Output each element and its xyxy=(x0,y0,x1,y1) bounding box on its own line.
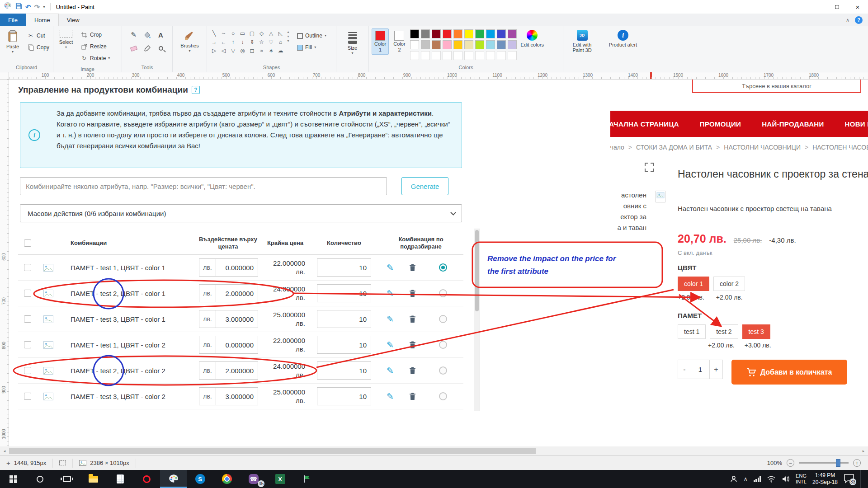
undo-button[interactable]: ↶ xyxy=(25,4,31,10)
search-box-partial[interactable]: Търсене в нашия каталог xyxy=(692,80,861,93)
default-combination-radio[interactable] xyxy=(439,289,447,297)
volume-icon[interactable] xyxy=(782,475,790,483)
default-combination-radio[interactable] xyxy=(439,341,447,349)
row-checkbox[interactable] xyxy=(24,315,31,323)
show-desktop-button[interactable] xyxy=(860,470,863,488)
shape-icon[interactable]: ◁ xyxy=(219,47,228,54)
delete-icon[interactable] xyxy=(409,263,416,272)
help-icon[interactable]: ? xyxy=(855,16,863,24)
palette-color-empty[interactable] xyxy=(508,51,517,60)
shape-icon[interactable]: ○ xyxy=(229,29,237,37)
tab-view[interactable]: View xyxy=(59,14,88,26)
palette-color[interactable] xyxy=(475,40,484,49)
paint-canvas[interactable]: Управление на продуктови комбинации ? i … xyxy=(9,80,868,446)
shape-icon[interactable]: ◇ xyxy=(257,29,266,37)
chrome-button[interactable] xyxy=(213,470,240,488)
nav-item[interactable]: НАЙ-ПРОДАВАНИ xyxy=(762,120,824,128)
palette-color[interactable] xyxy=(508,29,517,38)
delete-icon[interactable] xyxy=(409,341,416,349)
select-all-checkbox[interactable] xyxy=(24,239,31,247)
pencil-tool-icon[interactable]: ✎ xyxy=(127,28,140,41)
shape-icon[interactable]: ☁ xyxy=(276,47,285,54)
nav-item[interactable]: ПРОМОЦИИ xyxy=(700,120,741,128)
clock[interactable]: 1:49 PM20-Sep-18 xyxy=(812,472,838,486)
edit-with-paint3d-button[interactable]: 3D Edit with Paint 3D xyxy=(566,28,598,54)
impact-price-input[interactable]: 2.000000 xyxy=(216,361,258,380)
row-checkbox[interactable] xyxy=(24,367,31,374)
scroll-right-icon[interactable]: ▸ xyxy=(859,446,868,455)
breadcrumb-item[interactable]: СТОКИ ЗА ДОМА И БИТА xyxy=(636,144,712,151)
zoom-in-button[interactable]: + xyxy=(853,459,861,467)
palette-color[interactable] xyxy=(497,40,506,49)
cut-button[interactable]: ✂Cut xyxy=(24,30,52,41)
quantity-value[interactable]: 1 xyxy=(691,360,709,379)
palette-color[interactable] xyxy=(486,40,495,49)
fill-tool-icon[interactable] xyxy=(141,28,154,41)
start-button[interactable] xyxy=(0,470,27,488)
opera-button[interactable] xyxy=(133,470,160,488)
shape-icon[interactable]: ↑ xyxy=(229,38,237,46)
shape-icon[interactable]: ☆ xyxy=(257,38,266,46)
shape-icon[interactable]: ▭ xyxy=(238,29,247,37)
edit-colors-button[interactable]: Edit colors xyxy=(519,28,546,49)
shape-icon[interactable]: ⇕ xyxy=(248,38,256,46)
magnifier-tool-icon[interactable] xyxy=(155,42,167,55)
edit-icon[interactable]: ✎ xyxy=(387,366,394,376)
row-checkbox[interactable] xyxy=(24,290,31,297)
shape-icon[interactable]: ♡ xyxy=(267,38,275,46)
quantity-input[interactable]: 10 xyxy=(317,387,371,405)
palette-color-empty[interactable] xyxy=(475,51,484,60)
network-icon[interactable] xyxy=(754,476,761,482)
zoom-slider[interactable] xyxy=(799,462,849,464)
palette-color-empty[interactable] xyxy=(432,51,441,60)
people-icon[interactable] xyxy=(730,475,738,483)
delete-icon[interactable] xyxy=(409,392,416,400)
edit-icon[interactable]: ✎ xyxy=(387,314,394,324)
delete-icon[interactable] xyxy=(409,366,416,375)
palette-color[interactable] xyxy=(497,29,506,38)
rotate-button[interactable]: ↻Rotate▾ xyxy=(78,53,113,64)
combine-attributes-input[interactable] xyxy=(20,177,387,195)
color-option-button[interactable]: color 2 xyxy=(713,277,745,291)
shapes-more-icon[interactable]: ▼ xyxy=(287,39,290,42)
delete-icon[interactable] xyxy=(409,289,416,297)
palette-color[interactable] xyxy=(453,40,462,49)
search-button[interactable] xyxy=(27,470,53,488)
wifi-icon[interactable] xyxy=(767,475,776,483)
default-combination-radio[interactable] xyxy=(439,366,447,375)
quantity-input[interactable]: 10 xyxy=(317,284,371,302)
memory-option-button[interactable]: test 2 xyxy=(710,324,738,339)
product-alert-button[interactable]: i Product alert xyxy=(607,28,639,49)
delete-icon[interactable] xyxy=(409,315,416,323)
file-explorer-button[interactable] xyxy=(80,470,107,488)
tab-home[interactable]: Home xyxy=(26,14,59,26)
nav-item[interactable]: НОВИ ПРОДУКТИ xyxy=(845,120,868,128)
memory-option-button[interactable]: test 3 xyxy=(742,324,770,339)
generate-button[interactable]: Generate xyxy=(401,177,448,195)
shape-icon[interactable]: ▷ xyxy=(210,47,218,54)
palette-color[interactable] xyxy=(464,29,473,38)
palette-color[interactable] xyxy=(432,29,441,38)
scroll-left-icon[interactable]: ◂ xyxy=(0,446,9,455)
palette-color[interactable] xyxy=(421,40,430,49)
scrollbar-thumb[interactable] xyxy=(475,230,479,311)
row-checkbox[interactable] xyxy=(24,341,31,348)
shapes-scroll-down-icon[interactable]: ▼ xyxy=(287,35,290,38)
impact-price-input[interactable]: 0.000000 xyxy=(216,336,258,354)
copy-button[interactable]: Copy xyxy=(24,42,52,53)
default-combination-radio[interactable] xyxy=(439,315,447,323)
help-icon[interactable]: ? xyxy=(192,86,200,94)
text-tool-icon[interactable]: A xyxy=(155,28,167,41)
color1-button[interactable]: Color1 xyxy=(372,28,389,55)
select-button[interactable]: Select▾ xyxy=(56,28,76,50)
hidden-icons-chevron[interactable]: ∧ xyxy=(744,476,748,482)
viber-button[interactable]: ☎45 xyxy=(240,470,267,488)
excel-button[interactable]: X xyxy=(267,470,293,488)
shape-icon[interactable]: △ xyxy=(267,29,275,37)
palette-color-empty[interactable] xyxy=(464,51,473,60)
palette-color[interactable] xyxy=(410,40,419,49)
flag-app-button[interactable] xyxy=(293,470,320,488)
default-combination-radio[interactable] xyxy=(439,263,447,272)
task-view-button[interactable] xyxy=(53,470,80,488)
quantity-minus-button[interactable]: - xyxy=(678,360,691,379)
